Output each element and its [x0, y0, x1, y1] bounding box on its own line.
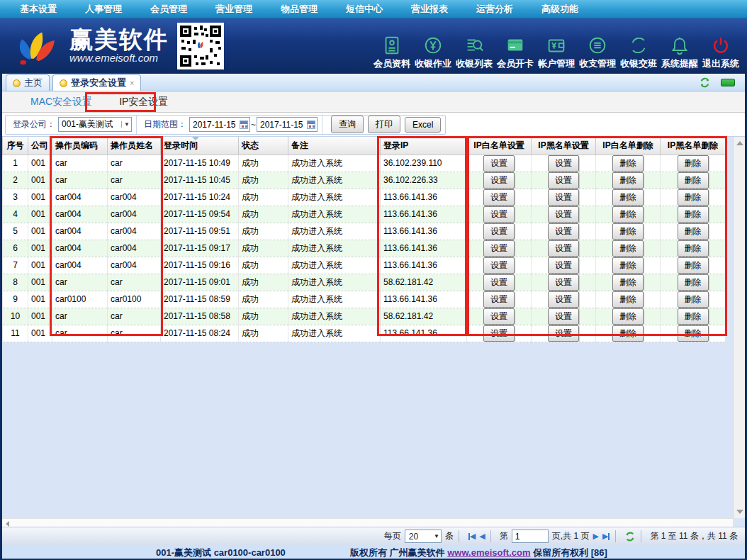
ip-blacklist-set-button[interactable]: 设置 [548, 308, 579, 325]
table-row[interactable]: 6001car004car0042017-11-15 09:17成功成功进入系统… [3, 240, 726, 257]
column-header-note[interactable]: 备注 [288, 137, 381, 155]
ip-whitelist-set-button[interactable]: 设置 [483, 308, 515, 325]
ip-blacklist-set-button[interactable]: 设置 [548, 274, 579, 291]
company-select[interactable]: 001-赢美测试 ▼ [58, 117, 132, 132]
date-from-input[interactable]: 2017-11-15 [189, 117, 250, 132]
excel-button[interactable]: Excel [405, 117, 441, 133]
ip-blacklist-set-button[interactable]: 设置 [548, 291, 579, 308]
column-header-login-time[interactable]: 登录时间 [161, 137, 239, 155]
ip-whitelist-set-button[interactable]: 设置 [483, 206, 515, 223]
menu-item-analysis[interactable]: 运营分析 [466, 3, 523, 16]
subtab-ip-security[interactable]: IP安全设置 [112, 93, 175, 111]
menu-item-member[interactable]: 会员管理 [140, 3, 197, 16]
column-header-operator-code[interactable]: 操作员编码 [52, 137, 108, 155]
ip-blacklist-set-button[interactable]: 设置 [548, 155, 579, 172]
table-row[interactable]: 4001car004car0042017-11-15 09:54成功成功进入系统… [3, 206, 726, 223]
ip-whitelist-delete-button[interactable]: 删除 [612, 172, 644, 189]
table-row[interactable]: 5001car004car0042017-11-15 09:51成功成功进入系统… [3, 223, 726, 240]
column-header-ip-blacklist-delete[interactable]: IP黑名单删除 [661, 137, 726, 155]
last-page-button[interactable]: ▶ [602, 532, 610, 541]
table-row[interactable]: 8001carcar2017-11-15 09:01成功成功进入系统58.62.… [3, 274, 726, 291]
ip-whitelist-set-button[interactable]: 设置 [483, 257, 515, 274]
next-page-button[interactable]: ▶ [592, 532, 598, 541]
ip-whitelist-delete-button[interactable]: 删除 [612, 257, 644, 274]
quick-cashier[interactable]: 收银作业 [412, 35, 454, 70]
ip-blacklist-delete-button[interactable]: 删除 [678, 240, 709, 257]
ip-blacklist-set-button[interactable]: 设置 [548, 240, 579, 257]
emeisoft-link[interactable]: www.emeisoft.com [447, 547, 530, 558]
table-row[interactable]: 3001car004car0042017-11-15 10:24成功成功进入系统… [3, 189, 726, 206]
menu-item-basic[interactable]: 基本设置 [10, 3, 67, 16]
ip-blacklist-delete-button[interactable]: 删除 [678, 172, 709, 189]
menu-item-hr[interactable]: 人事管理 [75, 3, 132, 16]
ip-whitelist-set-button[interactable]: 设置 [483, 240, 515, 257]
quick-shift[interactable]: 收银交班 [618, 35, 659, 70]
tab-login-security[interactable]: 登录安全设置 × [52, 74, 141, 91]
query-button[interactable]: 查询 [331, 116, 364, 133]
ip-blacklist-delete-button[interactable]: 删除 [678, 274, 709, 291]
quick-member-card[interactable]: 会员开卡 [495, 35, 536, 70]
ip-blacklist-set-button[interactable]: 设置 [548, 257, 579, 274]
ip-whitelist-delete-button[interactable]: 删除 [612, 206, 644, 223]
scroll-up-icon[interactable] [736, 141, 743, 145]
ip-blacklist-delete-button[interactable]: 删除 [678, 223, 709, 240]
table-row[interactable]: 1001carcar2017-11-15 10:49成功成功进入系统36.102… [3, 155, 726, 172]
refresh-icon[interactable] [699, 77, 711, 89]
first-page-button[interactable]: ◀ [468, 532, 476, 541]
column-header-seq[interactable]: 序号 [3, 137, 28, 155]
ip-whitelist-delete-button[interactable]: 删除 [612, 155, 644, 172]
quick-member-profile[interactable]: 会员资料 [371, 35, 412, 70]
column-header-login-ip[interactable]: 登录IP [381, 137, 467, 155]
quick-reminder[interactable]: 系统提醒 [659, 35, 700, 70]
ip-whitelist-delete-button[interactable]: 删除 [612, 240, 644, 257]
tab-close-icon[interactable]: × [130, 79, 134, 87]
page-number-input[interactable] [512, 530, 549, 543]
column-header-ip-whitelist-set[interactable]: IP白名单设置 [467, 137, 532, 155]
refresh-icon[interactable] [624, 531, 636, 542]
ip-blacklist-delete-button[interactable]: 删除 [678, 155, 709, 172]
ip-blacklist-delete-button[interactable]: 删除 [678, 291, 709, 308]
column-header-operator-name[interactable]: 操作员姓名 [108, 137, 161, 155]
tab-home[interactable]: 主页 [6, 74, 50, 91]
ip-blacklist-delete-button[interactable]: 删除 [678, 257, 709, 274]
menu-item-sms[interactable]: 短信中心 [336, 3, 393, 16]
prev-page-button[interactable]: ◀ [479, 532, 485, 541]
ip-whitelist-delete-button[interactable]: 删除 [612, 274, 644, 291]
ip-blacklist-set-button[interactable]: 设置 [548, 223, 579, 240]
ip-whitelist-set-button[interactable]: 设置 [483, 155, 515, 172]
column-header-company[interactable]: 公司 [28, 137, 52, 155]
ip-whitelist-delete-button[interactable]: 删除 [612, 223, 644, 240]
ip-blacklist-set-button[interactable]: 设置 [548, 189, 579, 206]
quick-account[interactable]: 帐户管理 [536, 35, 577, 70]
ip-whitelist-delete-button[interactable]: 删除 [612, 325, 644, 342]
table-row[interactable]: 9001car0100car01002017-11-15 08:59成功成功进入… [3, 291, 726, 308]
ip-whitelist-set-button[interactable]: 设置 [483, 223, 515, 240]
ip-blacklist-set-button[interactable]: 设置 [548, 325, 579, 342]
quick-logout[interactable]: 退出系统 [700, 35, 741, 70]
ip-blacklist-delete-button[interactable]: 删除 [678, 325, 709, 342]
calendar-icon[interactable] [307, 121, 315, 129]
ip-blacklist-set-button[interactable]: 设置 [548, 206, 579, 223]
ip-whitelist-set-button[interactable]: 设置 [483, 172, 515, 189]
column-header-ip-blacklist-set[interactable]: IP黑名单设置 [532, 137, 596, 155]
table-row[interactable]: 10001carcar2017-11-15 08:58成功成功进入系统58.62… [3, 308, 726, 325]
ip-whitelist-set-button[interactable]: 设置 [483, 274, 515, 291]
menu-item-advanced[interactable]: 高级功能 [532, 3, 588, 16]
quick-cashier-list[interactable]: 收银列表 [454, 35, 495, 70]
vertical-scrollbar[interactable] [733, 137, 745, 518]
horizontal-scrollbar[interactable] [2, 518, 733, 527]
table-row[interactable]: 7001car004car0042017-11-15 09:16成功成功进入系统… [3, 257, 726, 274]
quick-income-expense[interactable]: 收支管理 [577, 35, 618, 70]
print-button[interactable]: 打印 [368, 116, 400, 133]
column-header-ip-whitelist-delete[interactable]: IP白名单删除 [596, 137, 661, 155]
ip-whitelist-delete-button[interactable]: 删除 [612, 291, 644, 308]
subtab-mac-security[interactable]: MAC安全设置 [23, 93, 99, 111]
calendar-icon[interactable] [240, 121, 248, 129]
menu-item-report[interactable]: 营业报表 [401, 3, 458, 16]
ip-whitelist-set-button[interactable]: 设置 [483, 291, 515, 308]
ip-whitelist-set-button[interactable]: 设置 [483, 325, 515, 342]
scroll-down-icon[interactable] [736, 510, 743, 514]
ip-blacklist-delete-button[interactable]: 删除 [678, 189, 709, 206]
menu-item-goods[interactable]: 物品管理 [271, 3, 327, 16]
ip-blacklist-set-button[interactable]: 设置 [548, 172, 579, 189]
